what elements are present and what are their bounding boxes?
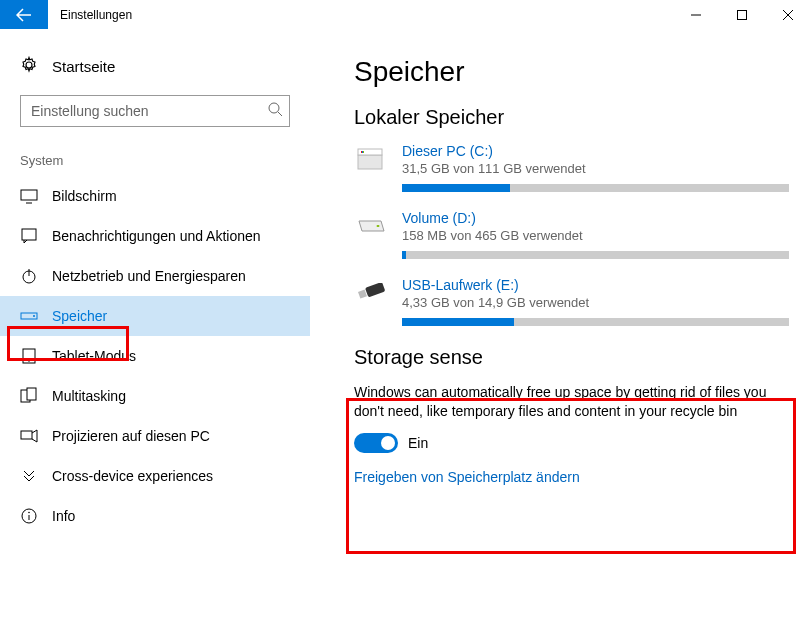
page-title: Speicher [354, 56, 789, 88]
drive-usage: 4,33 GB von 14,9 GB verwendet [402, 295, 789, 310]
sidebar-item-label: Speicher [52, 308, 107, 324]
storage-sense-heading: Storage sense [354, 346, 789, 369]
back-button[interactable] [0, 0, 48, 29]
svg-point-13 [28, 512, 30, 514]
svg-rect-14 [358, 155, 382, 169]
content: Startseite System Bildschirm Benachricht… [0, 30, 811, 619]
sidebar-item-label: Tablet-Modus [52, 348, 136, 364]
sidebar-item-project[interactable]: Projizieren auf diesen PC [0, 416, 310, 456]
maximize-button[interactable] [719, 0, 765, 29]
search-wrap [20, 95, 290, 127]
tablet-icon [20, 347, 38, 365]
sidebar-item-label: Multitasking [52, 388, 126, 404]
sidebar-item-label: Projizieren auf diesen PC [52, 428, 210, 444]
svg-rect-0 [738, 10, 747, 19]
drive-name: USB-Laufwerk (E:) [402, 277, 789, 293]
search-icon [267, 101, 283, 121]
svg-rect-3 [22, 229, 36, 240]
cross-device-icon [20, 467, 38, 485]
storage-sense-toggle-row: Ein [354, 433, 789, 453]
drive-bar-fill [402, 251, 406, 259]
drive-usage: 158 MB von 465 GB verwendet [402, 228, 789, 243]
sidebar-item-tablet[interactable]: Tablet-Modus [0, 336, 310, 376]
svg-rect-2 [21, 190, 37, 200]
svg-rect-21 [365, 283, 385, 297]
svg-rect-18 [363, 151, 364, 153]
toggle-label: Ein [408, 435, 428, 451]
sidebar-item-label: Netzbetrieb und Energiesparen [52, 268, 246, 284]
svg-point-19 [377, 225, 380, 227]
main-panel: Speicher Lokaler Speicher Dieser PC (C:)… [310, 30, 811, 619]
display-icon [20, 187, 38, 205]
storage-sense-desc: Windows can automatically free up space … [354, 383, 789, 421]
drive-d[interactable]: Volume (D:) 158 MB von 465 GB verwendet [354, 210, 789, 259]
search-box[interactable] [20, 95, 290, 127]
drive-bar [402, 251, 789, 259]
sidebar-item-label: Benachrichtigungen und Aktionen [52, 228, 261, 244]
drive-name: Volume (D:) [402, 210, 789, 226]
drive-c-icon [354, 143, 388, 177]
drive-bar [402, 184, 789, 192]
multitasking-icon [20, 387, 38, 405]
group-label: System [0, 137, 310, 176]
power-icon [20, 267, 38, 285]
window-title: Einstellungen [48, 0, 673, 29]
drive-bar [402, 318, 789, 326]
sidebar: Startseite System Bildschirm Benachricht… [0, 30, 310, 619]
drive-bar-fill [402, 184, 510, 192]
svg-rect-10 [27, 388, 36, 400]
storage-sense-toggle[interactable] [354, 433, 398, 453]
sidebar-item-info[interactable]: Info [0, 496, 310, 536]
svg-rect-20 [358, 290, 367, 299]
sidebar-item-notifications[interactable]: Benachrichtigungen und Aktionen [0, 216, 310, 256]
search-input[interactable] [31, 103, 267, 119]
change-storage-link[interactable]: Freigeben von Speicherplatz ändern [354, 469, 580, 485]
sidebar-item-power[interactable]: Netzbetrieb und Energiesparen [0, 256, 310, 296]
svg-point-1 [269, 103, 279, 113]
drive-usage: 31,5 GB von 111 GB verwendet [402, 161, 789, 176]
sidebar-item-label: Bildschirm [52, 188, 117, 204]
info-icon [20, 507, 38, 525]
sidebar-item-label: Info [52, 508, 75, 524]
svg-rect-17 [361, 151, 362, 153]
drive-bar-fill [402, 318, 514, 326]
storage-icon [20, 307, 38, 325]
close-button[interactable] [765, 0, 811, 29]
sidebar-item-label: Cross-device experiences [52, 468, 213, 484]
gear-icon [20, 56, 38, 77]
minimize-button[interactable] [673, 0, 719, 29]
titlebar: Einstellungen [0, 0, 811, 30]
drive-e[interactable]: USB-Laufwerk (E:) 4,33 GB von 14,9 GB ve… [354, 277, 789, 326]
home-label: Startseite [52, 58, 115, 75]
drive-c[interactable]: Dieser PC (C:) 31,5 GB von 111 GB verwen… [354, 143, 789, 192]
sidebar-item-cross-device[interactable]: Cross-device experiences [0, 456, 310, 496]
notification-icon [20, 227, 38, 245]
drive-name: Dieser PC (C:) [402, 143, 789, 159]
project-icon [20, 427, 38, 445]
home-button[interactable]: Startseite [0, 50, 310, 95]
local-storage-heading: Lokaler Speicher [354, 106, 789, 129]
svg-point-6 [33, 315, 35, 317]
svg-point-8 [28, 360, 30, 362]
usb-icon [354, 277, 388, 311]
sidebar-item-storage[interactable]: Speicher [0, 296, 310, 336]
drive-d-icon [354, 210, 388, 244]
sidebar-item-display[interactable]: Bildschirm [0, 176, 310, 216]
svg-rect-11 [21, 431, 32, 439]
sidebar-item-multitasking[interactable]: Multitasking [0, 376, 310, 416]
